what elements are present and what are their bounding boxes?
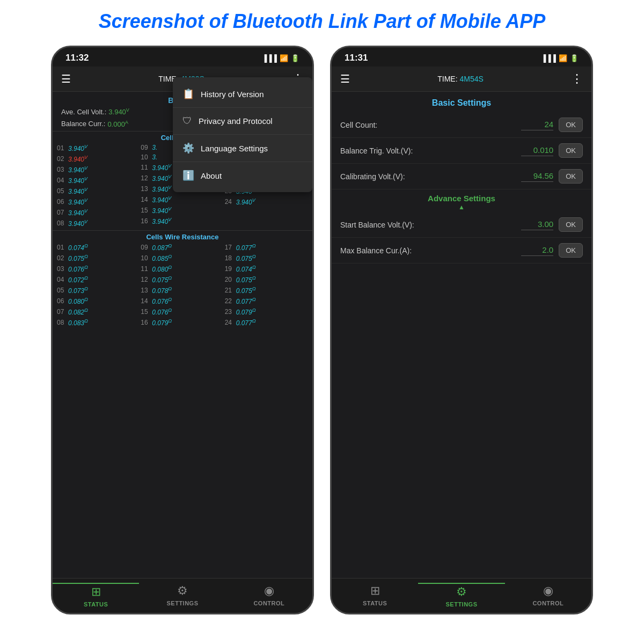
start-balance-ok-btn[interactable]: OK <box>559 217 583 232</box>
start-balance-value-area: 3.00 OK <box>521 217 583 232</box>
max-balance-value-area: 2.0 OK <box>521 243 583 258</box>
left-phone: 11:32 ▐▐▐ 📶 🔋 ☰ TIME: 4M32S ⋮ 📋 History … <box>51 46 314 614</box>
dropdown-privacy[interactable]: 🛡 Privacy and Protocol <box>173 108 312 135</box>
dropdown-about-label: About <box>201 171 222 180</box>
language-icon: ⚙️ <box>182 142 194 154</box>
cell-04: 043.940V <box>57 175 140 186</box>
left-nav-status[interactable]: ⊞ STATUS <box>53 583 139 608</box>
right-control-nav-icon: ◉ <box>543 584 553 598</box>
cell-08: 083.940V <box>57 218 140 229</box>
right-more-icon[interactable]: ⋮ <box>571 72 583 86</box>
calibrating-value-area: 94.56 OK <box>521 169 583 184</box>
calibrating-value: 94.56 <box>521 171 553 182</box>
balance-trig-value: 0.010 <box>521 145 553 156</box>
res-24: 240.077Ω <box>225 317 308 328</box>
start-balance-label: Start Balance Volt.(V): <box>340 221 414 229</box>
right-nav-control[interactable]: ◉ CONTROL <box>505 584 591 606</box>
wifi-icon: 📶 <box>280 54 288 62</box>
cell-count-value-area: 24 OK <box>521 118 583 132</box>
res-col1: 010.074Ω 020.075Ω 030.076Ω 040.072Ω 050.… <box>57 242 140 328</box>
res-13: 130.078Ω <box>141 285 224 296</box>
res-02: 020.075Ω <box>57 253 140 264</box>
res-22: 220.077Ω <box>225 296 308 306</box>
res-21: 210.075Ω <box>225 285 308 296</box>
advance-arrow-icon: ▲ <box>332 203 591 211</box>
resistance-header: Cells Wire Resistance <box>53 230 312 242</box>
about-icon: ℹ️ <box>182 170 194 181</box>
right-settings-label: SETTINGS <box>445 601 477 608</box>
cell-count-label: Cell Count: <box>340 121 377 129</box>
advance-settings-title: Advance Settings <box>428 194 495 203</box>
left-settings-label: SETTINGS <box>166 600 198 606</box>
res-06: 060.080Ω <box>57 296 140 306</box>
max-balance-value: 2.0 <box>521 245 553 256</box>
right-phone: 11:31 ▐▐▐ 📶 🔋 ☰ TIME: 4M54S ⋮ Basic Sett… <box>330 46 593 614</box>
signal-icon: ▐▐▐ <box>262 54 277 62</box>
res-23: 230.079Ω <box>225 306 308 317</box>
dropdown-language[interactable]: ⚙️ Language Settings <box>173 135 312 162</box>
res-16: 160.079Ω <box>141 317 224 328</box>
balance-trig-value-area: 0.010 OK <box>521 143 583 158</box>
right-signal-icon: ▐▐▐ <box>541 54 556 62</box>
cell-05: 053.940V <box>57 186 140 196</box>
settings-balance-trig: Balance Trig. Volt.(V): 0.010 OK <box>332 138 591 164</box>
privacy-icon: 🛡 <box>182 115 192 127</box>
left-status-label: STATUS <box>84 601 108 608</box>
control-icon: ◉ <box>264 584 274 598</box>
right-nav-status[interactable]: ⊞ STATUS <box>332 584 418 606</box>
cell-count-ok-btn[interactable]: OK <box>559 118 583 132</box>
balance-curr-label: Balance Curr.: <box>61 120 105 128</box>
calibrating-ok-btn[interactable]: OK <box>559 169 583 184</box>
balance-trig-ok-btn[interactable]: OK <box>559 143 583 158</box>
settings-calibrating: Calibrating Volt.(V): 94.56 OK <box>332 164 591 189</box>
max-balance-ok-btn[interactable]: OK <box>559 243 583 258</box>
dropdown-about[interactable]: ℹ️ About <box>173 162 312 189</box>
res-11: 110.080Ω <box>141 264 224 274</box>
right-hamburger-icon[interactable]: ☰ <box>340 72 350 85</box>
left-status-bar: 11:32 ▐▐▐ 📶 🔋 <box>53 47 312 67</box>
battery-icon: 🔋 <box>291 54 299 62</box>
dropdown-privacy-label: Privacy and Protocol <box>199 116 273 126</box>
balance-trig-label: Balance Trig. Volt.(V): <box>340 147 413 155</box>
cell-count-value: 24 <box>521 120 553 130</box>
status-icon: ⊞ <box>91 585 101 599</box>
res-08: 080.083Ω <box>57 317 140 328</box>
history-icon: 📋 <box>182 88 194 100</box>
left-nav-settings[interactable]: ⚙ SETTINGS <box>139 584 225 606</box>
settings-content: Basic Settings Cell Count: 24 OK Balance… <box>332 92 591 578</box>
cell-14: 143.940V <box>141 194 224 205</box>
res-19: 190.074Ω <box>225 264 308 274</box>
settings-cell-count: Cell Count: 24 OK <box>332 112 591 138</box>
cell-07: 073.940V <box>57 207 140 218</box>
settings-start-balance: Start Balance Volt.(V): 3.00 OK <box>332 212 591 238</box>
right-nav-settings[interactable]: ⚙ SETTINGS <box>418 583 504 608</box>
left-nav-control[interactable]: ◉ CONTROL <box>226 584 312 606</box>
dropdown-history[interactable]: 📋 History of Version <box>173 80 312 108</box>
cell-06: 063.940V <box>57 196 140 207</box>
res-17: 170.077Ω <box>225 242 308 253</box>
dropdown-history-label: History of Version <box>201 90 264 99</box>
page-title: Screenshot of Bluetooth Link Part of Mob… <box>0 0 644 40</box>
cell-24: 243.940V <box>225 196 308 207</box>
hamburger-icon[interactable]: ☰ <box>61 72 71 85</box>
settings-max-balance: Max Balance Cur.(A): 2.0 OK <box>332 238 591 264</box>
res-07: 070.082Ω <box>57 306 140 317</box>
left-status-time: 11:32 <box>65 53 89 63</box>
resistance-grid: 010.074Ω 020.075Ω 030.076Ω 040.072Ω 050.… <box>53 242 312 328</box>
cell-16: 163.940V <box>141 216 224 226</box>
settings-spacer <box>332 264 591 578</box>
ave-cell-label: Ave. Cell Volt.: <box>61 108 106 116</box>
max-balance-label: Max Balance Cur.(A): <box>340 246 412 255</box>
settings-icon: ⚙ <box>177 584 188 598</box>
right-control-label: CONTROL <box>532 600 564 606</box>
right-wifi-icon: 📶 <box>559 54 567 62</box>
right-status-nav-icon: ⊞ <box>370 584 380 598</box>
res-18: 180.075Ω <box>225 253 308 264</box>
right-status-icons: ▐▐▐ 📶 🔋 <box>541 54 579 62</box>
cell-15: 153.940V <box>141 205 224 216</box>
start-balance-value: 3.00 <box>521 219 553 230</box>
res-05: 050.073Ω <box>57 285 140 296</box>
balance-curr-value: 0.000A <box>107 120 128 128</box>
right-header-time: TIME: 4M54S <box>350 75 571 83</box>
res-20: 200.075Ω <box>225 274 308 285</box>
